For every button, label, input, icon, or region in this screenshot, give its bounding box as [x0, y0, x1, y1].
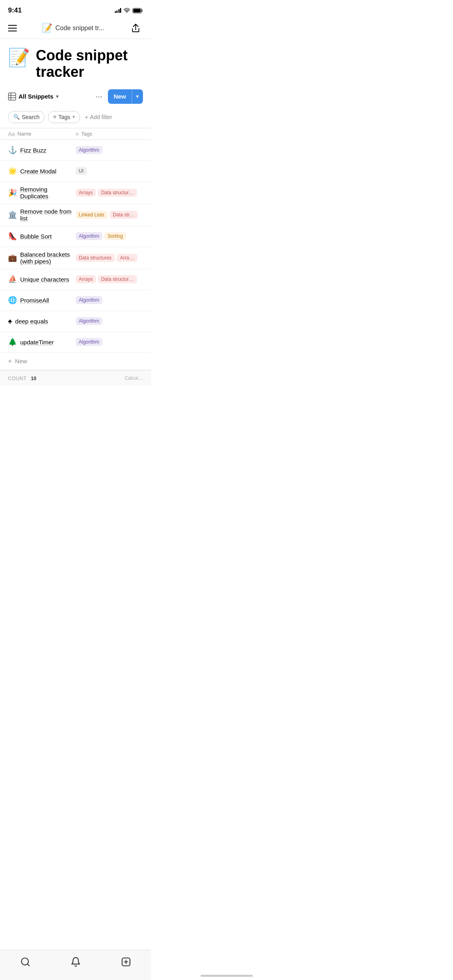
count-area: COUNT 10 [8, 375, 36, 382]
row-name-cell: 🎉Removing Duplicates [8, 182, 76, 204]
count-label: COUNT [8, 376, 27, 381]
more-options-button[interactable]: ··· [94, 92, 104, 101]
row-emoji: 🌐 [8, 296, 17, 305]
filters-row: 🔍 Search ≡ Tags ▾ + Add filter [0, 109, 151, 128]
table-row[interactable]: 🎉Removing DuplicatesArraysData structur… [0, 182, 151, 204]
table-row[interactable]: ⚓Fizz BuzzAlgorithm [0, 140, 151, 161]
tags-chevron-icon: ▾ [72, 114, 75, 119]
tag-chip[interactable]: Data str… [110, 211, 138, 219]
tag-chip[interactable]: UI [76, 167, 87, 175]
name-column-label: Name [17, 131, 31, 137]
tag-chip[interactable]: Data structur… [98, 189, 137, 197]
page-header: 📝 Code snippet tracker [0, 39, 151, 84]
tag-chip[interactable]: Data structures [76, 254, 115, 262]
row-name-cell: ♠️deep equals [8, 313, 76, 329]
add-row-label: New [15, 358, 27, 364]
view-selector-label: All Snippets [19, 93, 54, 100]
table-rows: ⚓Fizz BuzzAlgorithm🌟Create ModalUI🎉Remov… [0, 140, 151, 353]
row-tags-cell: Algorithm [76, 313, 143, 329]
status-bar: 9:41 [0, 0, 151, 18]
table-row[interactable]: 🌲updateTimerAlgorithm [0, 332, 151, 353]
row-emoji: 🎉 [8, 188, 17, 197]
signal-icon [115, 8, 122, 13]
name-column-header: Aa Name [8, 131, 76, 137]
row-tags-cell: Data structuresArra… [76, 250, 143, 266]
row-name-text[interactable]: Fizz Buzz [20, 147, 46, 154]
row-name-cell: 🏛️Remove node from list [8, 204, 76, 226]
table-row[interactable]: ⛵Unique charactersArraysData structur… [0, 269, 151, 290]
row-name-text[interactable]: PromiseAll [20, 297, 49, 304]
new-button[interactable]: New ▾ [108, 89, 143, 104]
tag-chip[interactable]: Data structur… [98, 275, 137, 283]
row-emoji: ⚓ [8, 146, 17, 154]
tags-label: Tags [58, 114, 70, 120]
tag-chip[interactable]: Sorting [104, 232, 126, 240]
row-name-text[interactable]: Create Modal [20, 168, 56, 175]
add-row-button[interactable]: + New [0, 353, 151, 370]
row-name-text[interactable]: Remove node from list [20, 208, 76, 222]
row-tags-cell: Algorithm [76, 142, 143, 158]
share-button[interactable] [128, 21, 143, 35]
row-name-text[interactable]: Removing Duplicates [20, 186, 76, 200]
row-tags-cell: ArraysData structur… [76, 271, 143, 287]
tag-chip[interactable]: Algorithm [76, 338, 103, 346]
row-name-cell: 👠Bubble Sort [8, 228, 76, 245]
row-name-text[interactable]: Unique characters [20, 276, 69, 283]
add-filter-label: Add filter [90, 114, 112, 120]
status-icons [115, 8, 143, 13]
tag-chip[interactable]: Algorithm [76, 232, 103, 240]
row-tags-cell: Linked ListsData str… [76, 207, 143, 223]
table-row[interactable]: 🌟Create ModalUI [0, 161, 151, 182]
row-name-cell: ⚓Fizz Buzz [8, 142, 76, 159]
table-row[interactable]: 🏛️Remove node from listLinked ListsData … [0, 204, 151, 226]
tags-column-header: ≡ Tags [76, 131, 143, 137]
row-emoji: 🏛️ [8, 210, 17, 219]
tag-chip[interactable]: Arrays [76, 189, 96, 197]
row-tags-cell: AlgorithmSorting [76, 228, 143, 244]
add-filter-button[interactable]: + Add filter [83, 111, 114, 123]
tag-chip[interactable]: Linked Lists [76, 211, 108, 219]
row-emoji: 💼 [8, 253, 17, 262]
row-name-cell: ⛵Unique characters [8, 271, 76, 288]
new-btn-arrow-icon[interactable]: ▾ [132, 90, 143, 103]
status-time: 9:41 [8, 6, 22, 14]
table-row[interactable]: 💼Balanced brackets (with pipes)Data stru… [0, 247, 151, 269]
tags-icon: ≡ [53, 114, 56, 120]
row-name-cell: 💼Balanced brackets (with pipes) [8, 247, 76, 269]
table-row[interactable]: 👠Bubble SortAlgorithmSorting [0, 226, 151, 247]
row-emoji: ♠️ [8, 317, 12, 325]
tag-chip[interactable]: Arrays [76, 275, 96, 283]
tags-column-icon: ≡ [76, 131, 79, 137]
table-icon [8, 93, 16, 101]
tags-filter[interactable]: ≡ Tags ▾ [48, 111, 80, 123]
tag-chip[interactable]: Algorithm [76, 146, 103, 154]
new-button-label: New [108, 90, 132, 103]
row-name-text[interactable]: Bubble Sort [20, 233, 52, 240]
view-selector[interactable]: All Snippets ▾ [8, 93, 59, 101]
nav-title: Code snippet tr... [56, 25, 104, 32]
nav-title-area: 📝 Code snippet tr... [41, 23, 104, 33]
svg-rect-2 [133, 9, 141, 12]
row-name-text[interactable]: updateTimer [20, 339, 54, 346]
search-label: Search [22, 114, 39, 120]
table-header: Aa Name ≡ Tags [0, 128, 151, 140]
page-icon: 📝 [8, 49, 30, 66]
tag-chip[interactable]: Arra… [117, 254, 137, 262]
row-name-text[interactable]: deep equals [15, 318, 48, 325]
svg-rect-3 [8, 93, 16, 100]
tag-chip[interactable]: Algorithm [76, 317, 103, 325]
nav-bar: 📝 Code snippet tr... [0, 18, 151, 39]
wifi-icon [124, 8, 130, 13]
tag-chip[interactable]: Algorithm [76, 296, 103, 304]
battery-icon [132, 8, 143, 13]
table-row[interactable]: ♠️deep equalsAlgorithm [0, 311, 151, 332]
table: Aa Name ≡ Tags ⚓Fizz BuzzAlgorithm🌟Creat… [0, 128, 151, 386]
add-filter-icon: + [85, 113, 89, 120]
row-name-text[interactable]: Balanced brackets (with pipes) [20, 251, 76, 265]
name-column-icon: Aa [8, 131, 15, 137]
tags-column-label: Tags [81, 131, 92, 137]
search-filter[interactable]: 🔍 Search [8, 111, 45, 123]
view-actions: ··· New ▾ [94, 89, 143, 104]
table-row[interactable]: 🌐PromiseAllAlgorithm [0, 290, 151, 311]
menu-button[interactable] [8, 25, 17, 31]
